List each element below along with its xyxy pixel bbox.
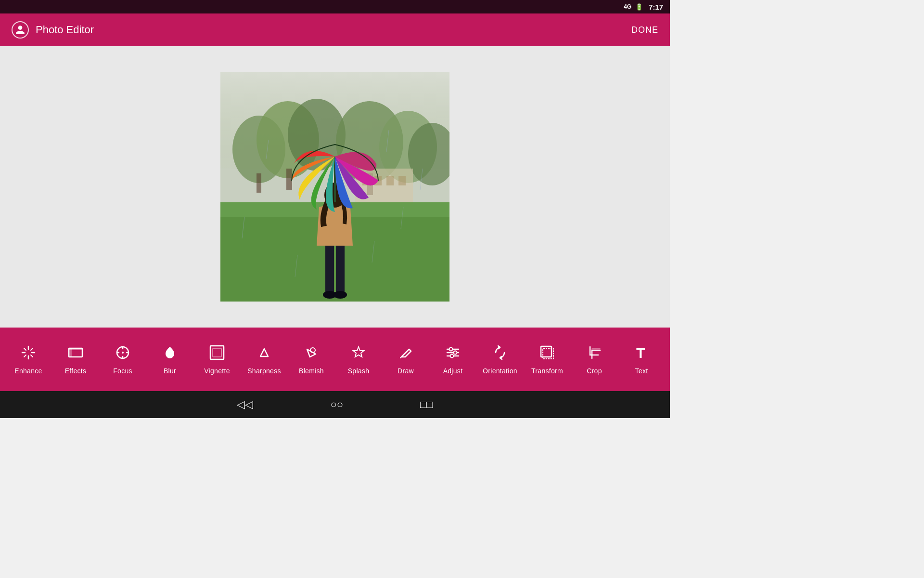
blur-icon (162, 344, 178, 363)
enhance-icon (20, 344, 37, 363)
effects-label: Effects (65, 367, 87, 375)
svg-rect-49 (213, 348, 221, 357)
tool-blemish[interactable]: Blemish (292, 344, 331, 375)
crop-icon (586, 344, 603, 363)
vignette-icon (209, 344, 225, 363)
focus-label: Focus (113, 367, 132, 375)
tool-text[interactable]: TText (622, 344, 661, 375)
navigation-bar: ◁ ○ □ (0, 391, 670, 418)
svg-text:T: T (636, 345, 645, 361)
svg-rect-18 (325, 246, 334, 294)
svg-line-36 (31, 355, 33, 357)
vignette-label: Vignette (204, 367, 230, 375)
svg-point-52 (449, 347, 453, 351)
effects-icon (67, 344, 84, 363)
canvas-area (0, 46, 670, 328)
tool-orientation[interactable]: Orientation (481, 344, 519, 375)
blemish-label: Blemish (299, 367, 324, 375)
tool-crop[interactable]: Crop (575, 344, 614, 375)
blur-label: Blur (164, 367, 176, 375)
avatar (12, 21, 29, 39)
tool-draw[interactable]: Draw (386, 344, 425, 375)
tool-focus[interactable]: Focus (103, 344, 142, 375)
orientation-label: Orientation (483, 367, 517, 375)
time-display: 7:17 (649, 3, 663, 11)
app-title: Photo Editor (36, 24, 94, 36)
svg-rect-15 (398, 176, 406, 185)
focus-icon (115, 344, 131, 363)
svg-point-21 (334, 291, 347, 299)
adjust-icon (445, 344, 461, 363)
sharpness-icon (256, 344, 272, 363)
sharpness-label: Sharpness (247, 367, 281, 375)
splash-icon (350, 344, 367, 363)
blemish-icon (303, 344, 320, 363)
status-bar: 4G 🔋 7:17 (0, 0, 670, 13)
battery-indicator: 🔋 (635, 3, 643, 11)
svg-rect-14 (386, 176, 394, 185)
text-label: Text (635, 367, 648, 375)
svg-rect-41 (69, 348, 82, 350)
svg-rect-9 (286, 169, 292, 190)
tool-transform[interactable]: Transform (528, 344, 566, 375)
tool-sharpness[interactable]: Sharpness (245, 344, 283, 375)
svg-line-35 (24, 348, 26, 350)
splash-label: Splash (348, 367, 370, 375)
transform-label: Transform (531, 367, 563, 375)
orientation-icon (492, 344, 508, 363)
adjust-label: Adjust (443, 367, 463, 375)
svg-point-43 (122, 352, 124, 354)
draw-label: Draw (398, 367, 414, 375)
photo-display (220, 72, 449, 302)
tool-adjust[interactable]: Adjust (434, 344, 472, 375)
back-button[interactable]: ◁ (237, 398, 253, 411)
svg-point-54 (454, 351, 457, 354)
svg-line-38 (24, 355, 26, 357)
transform-icon (539, 344, 555, 363)
svg-line-37 (31, 348, 33, 350)
svg-point-56 (450, 354, 454, 357)
tool-enhance[interactable]: Enhance (9, 344, 48, 375)
draw-icon (398, 344, 414, 363)
enhance-label: Enhance (14, 367, 42, 375)
svg-rect-48 (210, 346, 224, 359)
tool-blur[interactable]: Blur (151, 344, 189, 375)
app-header: Photo Editor DONE (0, 13, 670, 46)
home-button[interactable]: ○ (330, 398, 343, 411)
signal-indicator: 4G (624, 3, 631, 10)
tool-effects[interactable]: Effects (56, 344, 95, 375)
svg-rect-8 (257, 173, 261, 193)
done-button[interactable]: DONE (631, 25, 658, 35)
header-left: Photo Editor (12, 21, 94, 39)
tools-toolbar: EnhanceEffectsFocusBlurVignetteSharpness… (0, 328, 670, 391)
svg-rect-19 (336, 246, 345, 294)
tool-splash[interactable]: Splash (339, 344, 378, 375)
crop-label: Crop (587, 367, 602, 375)
recent-button[interactable]: □ (420, 398, 433, 411)
text-icon: T (633, 344, 650, 363)
tool-vignette[interactable]: Vignette (198, 344, 236, 375)
